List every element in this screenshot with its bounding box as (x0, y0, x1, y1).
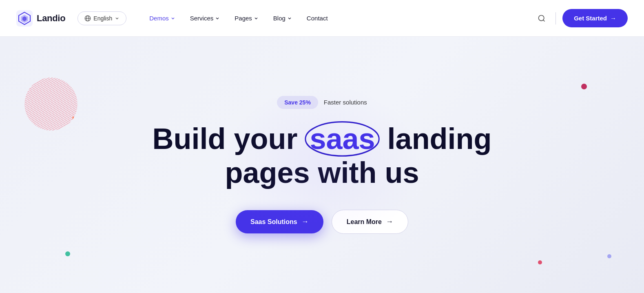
hero-badge: Save 25% Faster solutions (277, 96, 367, 109)
chevron-down-icon (287, 16, 292, 21)
nav-item-blog[interactable]: Blog (267, 11, 299, 25)
deco-circle-left (24, 78, 77, 131)
nav-links: Demos Services Pages Blog Contact (143, 11, 534, 25)
secondary-arrow-icon: → (386, 218, 393, 226)
get-started-button[interactable]: Get Started → (562, 9, 628, 27)
nav-right: Get Started → (534, 9, 628, 27)
title-highlight: saas (305, 122, 379, 156)
chevron-down-icon (115, 16, 120, 21)
learn-more-button[interactable]: Learn More → (332, 210, 408, 234)
search-icon (538, 14, 546, 22)
deco-dot-bottom-left (65, 251, 70, 256)
logo-link[interactable]: Landio (16, 10, 65, 27)
svg-point-7 (539, 15, 544, 20)
deco-dot-top-right (581, 84, 587, 89)
hero-buttons: Saas Solutions → Learn More → (236, 210, 408, 234)
search-button[interactable] (534, 11, 549, 26)
badge-save: Save 25% (277, 96, 318, 109)
navbar: Landio English Demos Services Pages Blog (0, 0, 644, 37)
nav-item-services[interactable]: Services (184, 11, 227, 25)
logo-text: Landio (37, 13, 65, 24)
title-after: landing (387, 122, 492, 156)
hero-title-line1: Build your saas landing (152, 122, 491, 156)
saas-solutions-button[interactable]: Saas Solutions → (236, 210, 323, 233)
globe-icon (84, 15, 91, 22)
language-selector[interactable]: English (77, 11, 126, 25)
logo-icon (16, 10, 33, 27)
nav-item-demos[interactable]: Demos (143, 11, 182, 25)
language-label: English (93, 15, 112, 22)
nav-item-pages[interactable]: Pages (228, 11, 265, 25)
navbar-divider (555, 12, 556, 24)
primary-arrow-icon: → (301, 218, 309, 226)
chevron-down-icon (254, 16, 259, 21)
nav-item-contact[interactable]: Contact (300, 11, 334, 25)
chevron-down-icon (170, 16, 175, 21)
hero-title: Build your saas landing pages with us (152, 122, 491, 190)
badge-description: Faster solutions (324, 99, 367, 106)
hero-section: Save 25% Faster solutions Build your saa… (0, 37, 644, 293)
deco-dot-bottom-right (607, 254, 611, 258)
chevron-down-icon (215, 16, 220, 21)
hero-title-line2: pages with us (152, 156, 491, 190)
deco-dot-pink-bottom (538, 260, 542, 264)
title-before: Build your (152, 122, 297, 156)
arrow-icon: → (610, 15, 616, 22)
svg-line-8 (543, 20, 545, 21)
